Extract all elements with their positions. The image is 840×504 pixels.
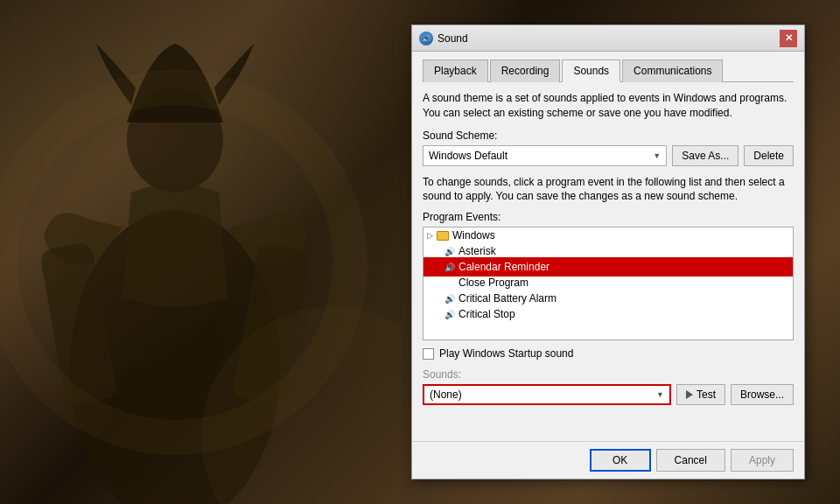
chevron-down-icon: ▼ xyxy=(656,390,664,399)
test-label: Test xyxy=(696,388,716,401)
event-group-windows[interactable]: ▷ Windows xyxy=(424,228,793,243)
event-item-asterisk[interactable]: 🔊 Asterisk xyxy=(424,243,793,259)
event-label: Critical Battery Alarm xyxy=(458,292,556,304)
sound-icon: 🔊 xyxy=(419,32,433,46)
title-left: 🔊 Sound xyxy=(419,32,468,46)
dialog-body: Playback Recording Sounds Communications… xyxy=(412,52,804,441)
scheme-dropdown[interactable]: Windows Default ▼ xyxy=(423,145,667,166)
cancel-button[interactable]: Cancel xyxy=(656,449,725,472)
speaker-icon: 🔊 xyxy=(444,294,455,304)
scheme-label: Sound Scheme: xyxy=(423,130,794,142)
events-label: Program Events: xyxy=(423,211,794,223)
sounds-value: (None) xyxy=(430,388,462,401)
speaker-icon: 🔊 xyxy=(444,310,455,319)
dialog-footer: OK Cancel Apply xyxy=(412,441,804,479)
event-label: Calendar Reminder xyxy=(458,261,550,273)
scheme-row: Windows Default ▼ Save As... Delete xyxy=(423,145,794,166)
event-item-critical-battery[interactable]: 🔊 Critical Battery Alarm xyxy=(424,290,793,306)
test-button[interactable]: Test xyxy=(676,384,725,405)
chevron-down-icon: ▼ xyxy=(653,151,661,160)
delete-button[interactable]: Delete xyxy=(744,145,794,166)
tab-playback[interactable]: Playback xyxy=(423,60,488,82)
ok-button[interactable]: OK xyxy=(590,449,651,472)
dialog-overlay: 🔊 Sound ✕ Playback Recording Sounds Comm… xyxy=(0,0,840,504)
event-label: Close Program xyxy=(458,276,528,289)
sounds-row: (None) ▼ Test Browse... xyxy=(423,384,794,405)
speaker-icon: 🔊 xyxy=(444,247,455,256)
tab-bar: Playback Recording Sounds Communications xyxy=(423,59,794,82)
event-label: Critical Stop xyxy=(458,308,515,320)
event-item-calendar-reminder[interactable]: 🔊 Calendar Reminder xyxy=(424,259,793,275)
tab-recording[interactable]: Recording xyxy=(490,60,561,82)
dialog-titlebar: 🔊 Sound ✕ xyxy=(412,25,804,52)
group-label: Windows xyxy=(452,229,495,242)
scheme-value: Windows Default xyxy=(429,150,508,162)
save-as-button[interactable]: Save As... xyxy=(672,145,738,166)
startup-row: Play Windows Startup sound xyxy=(423,347,794,360)
event-item-critical-stop[interactable]: 🔊 Critical Stop xyxy=(424,306,793,322)
sounds-dropdown[interactable]: (None) ▼ xyxy=(423,384,671,405)
dialog-title: Sound xyxy=(438,32,468,45)
events-list[interactable]: ▷ Windows 🔊 Asterisk 🔊 Calendar Reminder… xyxy=(423,227,794,340)
event-item-close-program[interactable]: 🔊 Close Program xyxy=(424,275,793,290)
startup-label: Play Windows Startup sound xyxy=(439,347,573,360)
apply-button[interactable]: Apply xyxy=(731,449,794,472)
tab-communications[interactable]: Communications xyxy=(622,60,723,82)
sound-dialog: 🔊 Sound ✕ Playback Recording Sounds Comm… xyxy=(411,24,805,480)
close-button[interactable]: ✕ xyxy=(780,30,797,47)
play-icon xyxy=(686,390,693,399)
scheme-description: A sound theme is a set of sounds applied… xyxy=(423,91,794,121)
event-label: Asterisk xyxy=(458,245,496,257)
speaker-icon: 🔊 xyxy=(444,262,455,272)
browse-button[interactable]: Browse... xyxy=(731,384,794,405)
sounds-label: Sounds: xyxy=(423,368,794,381)
tab-sounds[interactable]: Sounds xyxy=(562,60,620,82)
folder-icon xyxy=(437,231,449,241)
startup-checkbox[interactable] xyxy=(423,348,434,360)
expand-icon: ▷ xyxy=(427,231,433,240)
change-description: To change sounds, click a program event … xyxy=(423,175,794,205)
